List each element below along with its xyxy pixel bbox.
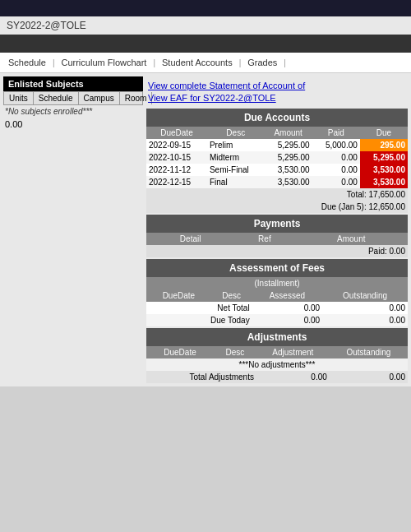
table-row: 2022-10-15 Midterm 5,295.00 0.00 5,295.0… <box>146 151 408 164</box>
paid-cell: 0.00 <box>312 151 360 164</box>
table-row: 2022-11-12 Semi-Final 3,530.00 0.00 3,53… <box>146 164 408 176</box>
assess-assessed: 0.00 <box>252 302 323 314</box>
input-bar <box>0 35 411 53</box>
payments-title: Payments <box>146 215 408 233</box>
nav-student-accounts[interactable]: Student Accounts <box>157 56 238 69</box>
amount-cell: 3,530.00 <box>265 164 312 176</box>
tab-schedule[interactable]: Schedule <box>34 92 79 104</box>
amount-cell: 5,295.00 <box>265 139 312 151</box>
amount-value: 0.00 <box>3 118 143 131</box>
adj-col-outstanding: Outstanding <box>330 346 408 359</box>
paid-cell: 0.00 <box>312 176 360 188</box>
bottom-spacer <box>0 386 411 452</box>
subject-tabs: Units Schedule Campus Room <box>3 91 143 105</box>
table-row: Net Total 0.00 0.00 <box>146 302 408 314</box>
due-cell: 5,295.00 <box>360 151 408 164</box>
payments-col-ref: Ref <box>234 233 294 245</box>
enlisted-subjects-header: Enlisted Subjects <box>3 76 143 91</box>
no-adjustments-text: ***No adjustments*** <box>146 359 408 371</box>
left-panel: Enlisted Subjects Units Schedule Campus … <box>3 76 143 383</box>
adjustments-table: DueDate Desc Adjustment Outstanding ***N… <box>146 346 408 383</box>
desc-cell: Prelim <box>207 139 265 151</box>
payments-col-amount: Amount <box>295 233 409 245</box>
assess-outstanding: 0.00 <box>322 314 408 326</box>
due-cell: 3,530.00 <box>360 164 408 176</box>
nav-grades[interactable]: Grades <box>242 56 282 69</box>
paid-text: Paid: 0.00 <box>146 245 408 257</box>
total-adjustments-label: Total Adjustments <box>146 371 256 383</box>
table-row: Due Today 0.00 0.00 <box>146 314 408 326</box>
no-subjects-text: *No subjects enrolled*** <box>3 105 143 118</box>
desc-cell: Semi-Final <box>207 164 265 176</box>
col-duedate: DueDate <box>146 127 207 139</box>
due-accounts-table: DueDate Desc Amount Paid Due 2022-09-15 … <box>146 127 408 213</box>
user-bar: SY2022-2@TOLE <box>0 16 411 35</box>
total-adj-assessed: 0.00 <box>256 371 330 383</box>
username-label: SY2022-2@TOLE <box>7 20 86 31</box>
eaf-link[interactable]: View EAF for SY2022-2@TOLE <box>148 92 406 104</box>
adj-col-adjustment: Adjustment <box>256 346 330 359</box>
total-adj-outstanding: 0.00 <box>330 371 408 383</box>
assessment-subtitle: (Installment) <box>146 277 408 289</box>
assess-col-outstanding: Outstanding <box>322 289 408 302</box>
adjustments-title: Adjustments <box>146 328 408 346</box>
table-row: 2022-12-15 Final 3,530.00 0.00 3,530.00 <box>146 176 408 188</box>
main-content: Enlisted Subjects Units Schedule Campus … <box>0 73 411 386</box>
desc-cell: Final <box>207 176 265 188</box>
nav-bar: Schedule | Curriculum Flowchart | Studen… <box>0 53 411 73</box>
payments-table: Detail Ref Amount Paid: 0.00 <box>146 233 408 257</box>
col-due: Due <box>360 127 408 139</box>
due-date-cell: 2022-10-15 <box>146 151 207 164</box>
tab-units[interactable]: Units <box>4 92 34 104</box>
col-paid: Paid <box>312 127 360 139</box>
adj-col-duedate: DueDate <box>146 346 214 359</box>
due-date-cell: 2022-12-15 <box>146 176 207 188</box>
col-amount: Amount <box>265 127 312 139</box>
assess-assessed: 0.00 <box>252 314 323 326</box>
right-panel: View complete Statement of Account of Vi… <box>146 76 408 383</box>
desc-cell: Midterm <box>207 151 265 164</box>
table-row: 2022-09-15 Prelim 5,295.00 5,000.00 295.… <box>146 139 408 151</box>
assess-col-desc: Desc <box>211 289 252 302</box>
due-cell: 295.00 <box>360 139 408 151</box>
nav-schedule[interactable]: Schedule <box>3 56 51 69</box>
links-area: View complete Statement of Account of Vi… <box>146 76 408 109</box>
amount-cell: 5,295.00 <box>265 151 312 164</box>
col-desc: Desc <box>207 127 265 139</box>
paid-cell: 5,000.00 <box>312 139 360 151</box>
total-row: Total: 17,650.00 <box>146 188 408 201</box>
due-cell: 3,530.00 <box>360 176 408 188</box>
amount-cell: 3,530.00 <box>265 176 312 188</box>
due-accounts-title: Due Accounts <box>146 109 408 127</box>
payments-col-detail: Detail <box>146 233 234 245</box>
statement-link[interactable]: View complete Statement of Account of <box>148 80 406 92</box>
due-jan-row: Due (Jan 5): 12,650.00 <box>146 201 408 213</box>
tab-campus[interactable]: Campus <box>79 92 120 104</box>
nav-curriculum-flowchart[interactable]: Curriculum Flowchart <box>56 56 151 69</box>
assessment-table: DueDate Desc Assessed Outstanding Net To… <box>146 289 408 326</box>
paid-cell: 0.00 <box>312 164 360 176</box>
assessment-title: Assessment of Fees <box>146 259 408 277</box>
assess-col-assessed: Assessed <box>252 289 323 302</box>
adj-col-desc: Desc <box>214 346 256 359</box>
assess-outstanding: 0.00 <box>322 302 408 314</box>
due-date-cell: 2022-09-15 <box>146 139 207 151</box>
top-bar <box>0 0 411 16</box>
due-date-cell: 2022-11-12 <box>146 164 207 176</box>
assess-label: Net Total <box>146 302 252 314</box>
assess-label: Due Today <box>146 314 252 326</box>
assess-col-duedate: DueDate <box>146 289 211 302</box>
